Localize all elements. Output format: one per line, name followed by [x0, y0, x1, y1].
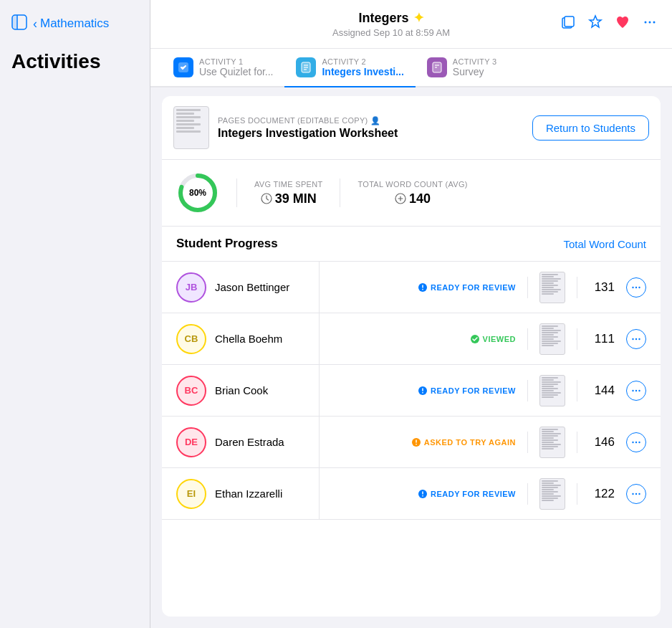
student-row: BC Brian Cook READY FOR REVIEW [162, 365, 661, 417]
student-row: CB Chella Boehm VIEWED [162, 313, 661, 365]
tab-3-name: Survey [453, 66, 496, 77]
svg-point-22 [635, 286, 637, 287]
tab-activity-3[interactable]: ACTIVITY 3 Survey [416, 49, 508, 87]
student-avatar-0: JB [176, 272, 206, 303]
activity-tabs: ACTIVITY 1 Use Quizlet for... ACTIVITY 2… [150, 49, 672, 87]
word-count-divider-2 [577, 380, 577, 401]
return-students-button[interactable]: Return to Students [532, 115, 649, 141]
thumb-line-3 [176, 116, 201, 118]
student-row: DE Daren Estrada ASKED TO TRY AGAIN [162, 417, 661, 468]
student-more-button-2[interactable] [626, 381, 646, 401]
svg-point-38 [635, 493, 637, 494]
svg-rect-4 [565, 16, 574, 27]
svg-point-39 [638, 493, 640, 494]
activities-title: Activities [0, 44, 150, 85]
student-more-button-0[interactable] [626, 277, 646, 298]
word-count-4: 122 [589, 487, 615, 501]
doc-mini-thumb-3 [539, 427, 565, 458]
tab-activity-2[interactable]: ACTIVITY 2 Integers Investi... [284, 49, 415, 87]
student-name-4: Ethan Izzarelli [215, 487, 282, 500]
status-icon-1 [470, 334, 480, 344]
word-count-label: TOTAL WORD COUNT (AVG) [357, 180, 467, 189]
copy-button[interactable] [560, 14, 576, 34]
tab-1-icon [173, 57, 193, 77]
student-right-1: VIEWED 111 [320, 323, 646, 355]
student-more-button-1[interactable] [626, 329, 646, 349]
svg-point-35 [638, 441, 640, 442]
tab-2-icon [296, 57, 316, 77]
student-left-0: JB Jason Bettinger [176, 262, 320, 313]
thumb-line-4 [176, 120, 194, 122]
more-button[interactable] [642, 14, 658, 34]
header-subtitle: Assigned Sep 10 at 8:59 AM [222, 27, 560, 38]
pin-button[interactable] [587, 14, 603, 34]
student-right-2: READY FOR REVIEW 144 [320, 375, 646, 406]
status-badge-3: ASKED TO TRY AGAIN [411, 437, 516, 447]
svg-point-31 [638, 389, 640, 391]
sidebar-toggle-icon[interactable] [11, 14, 27, 33]
word-count-number: 140 [409, 191, 431, 206]
word-count-value: 140 [357, 191, 467, 206]
student-more-button-4[interactable] [626, 484, 646, 504]
student-avatar-3: DE [176, 427, 206, 457]
word-count-2: 144 [589, 384, 615, 398]
doc-label: PAGES DOCUMENT (EDITABLE COPY) 👤 [218, 116, 398, 125]
svg-point-25 [632, 338, 633, 339]
status-badge-4: READY FOR REVIEW [418, 489, 516, 499]
svg-point-37 [632, 493, 633, 494]
header-title: Integers ✦ [222, 10, 560, 26]
word-count-1: 111 [589, 332, 615, 346]
word-count-icon [395, 193, 406, 204]
doc-mini-thumb-0 [539, 272, 565, 303]
student-row: EI Ethan Izzarelli READY FOR REVIEW [162, 468, 661, 520]
word-count-0: 131 [589, 280, 615, 295]
tab-1-content: ACTIVITY 1 Use Quizlet for... [199, 57, 273, 77]
tab-2-content: ACTIVITY 2 Integers Investi... [322, 57, 403, 77]
svg-point-23 [638, 286, 640, 287]
avg-time-number: 39 MIN [275, 191, 317, 206]
student-list: JB Jason Bettinger READY FOR REVIEW [162, 262, 661, 520]
doc-title: Integers Investigation Worksheet [218, 127, 398, 140]
student-left-2: BC Brian Cook [176, 365, 320, 416]
status-badge-1: VIEWED [470, 334, 516, 344]
status-icon-2 [418, 386, 428, 396]
student-more-button-3[interactable] [626, 432, 646, 452]
total-word-count-header: Total Word Count [563, 238, 646, 250]
doc-mini-thumb-2 [539, 375, 565, 406]
student-row: JB Jason Bettinger READY FOR REVIEW [162, 262, 661, 313]
word-count-divider-1 [577, 328, 577, 350]
doc-text-info: PAGES DOCUMENT (EDITABLE COPY) 👤 Integer… [218, 116, 398, 140]
back-nav[interactable]: ‹ Mathematics [33, 16, 109, 32]
word-count-block: TOTAL WORD COUNT (AVG) 140 [357, 180, 467, 206]
svg-point-7 [653, 22, 656, 24]
avg-time-value: 39 MIN [254, 191, 322, 206]
status-icon-3 [411, 437, 421, 447]
tab-3-icon [427, 57, 447, 77]
clock-icon [261, 193, 272, 204]
student-avatar-1: CB [176, 324, 206, 354]
main-content: Integers ✦ Assigned Sep 10 at 8:59 AM [150, 0, 672, 628]
word-count-divider-0 [577, 277, 577, 298]
svg-point-29 [632, 389, 633, 391]
doc-mini-thumb-1 [539, 323, 565, 355]
sidebar: ‹ Mathematics Activities [0, 0, 150, 628]
progress-ring: 80% [176, 171, 219, 214]
status-icon-4 [418, 489, 428, 499]
doc-thumbnail [173, 106, 209, 149]
stats-bar: 80% AVG TIME SPENT 39 MIN TOTAL WORD COU… [162, 160, 661, 227]
svg-point-21 [632, 286, 633, 287]
header-actions [560, 14, 658, 34]
tab-3-label: ACTIVITY 3 [453, 57, 496, 66]
svg-point-27 [638, 338, 640, 339]
col-divider-0 [527, 277, 528, 298]
progress-header: Student Progress Total Word Count [162, 227, 661, 262]
svg-point-34 [635, 441, 637, 442]
tab-activity-1[interactable]: ACTIVITY 1 Use Quizlet for... [162, 49, 284, 87]
sidebar-top: ‹ Mathematics [0, 0, 150, 44]
svg-point-6 [649, 22, 651, 24]
svg-point-33 [632, 441, 633, 442]
svg-point-5 [645, 22, 647, 24]
col-divider-3 [527, 432, 528, 453]
title-text: Integers [358, 11, 408, 26]
heart-button[interactable] [615, 14, 630, 34]
